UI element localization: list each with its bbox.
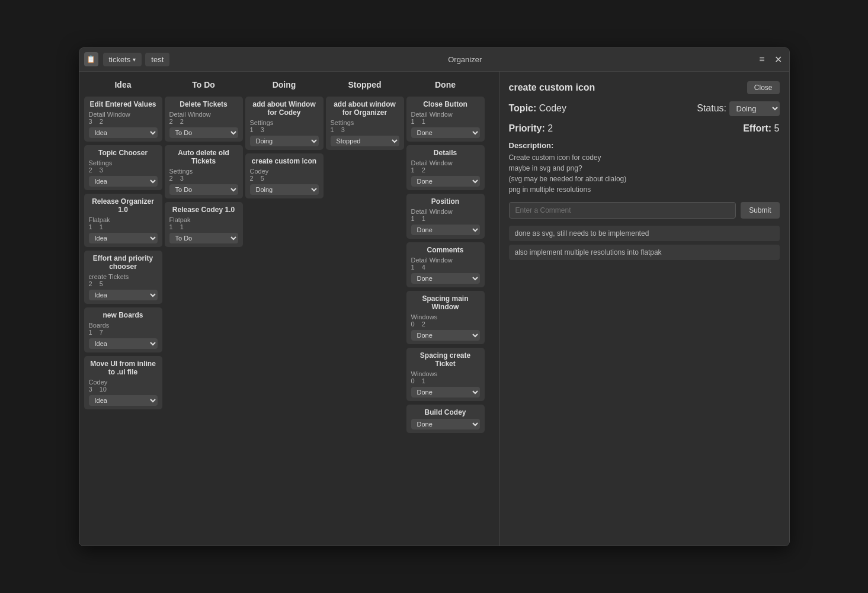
card-num1: 2: [169, 175, 173, 182]
card-status-dropdown[interactable]: IdeaTo DoDoingStoppedDone: [250, 136, 319, 146]
card-status-dropdown[interactable]: IdeaTo DoDoingStoppedDone: [331, 136, 399, 146]
detail-description-section: Description: Create custom icon for code…: [509, 141, 780, 195]
kanban-card[interactable]: create custom iconCodey25IdeaTo DoDoingS…: [245, 153, 324, 198]
kanban-card[interactable]: Build CodeyIdeaTo DoDoingStoppedDone: [406, 405, 485, 433]
kanban-card[interactable]: DetailsDetail Window12IdeaTo DoDoingStop…: [406, 145, 485, 190]
card-status-row: IdeaTo DoDoingStoppedDone: [411, 330, 480, 341]
card-num2: 2: [422, 320, 425, 328]
comments-list: done as svg, still needs to be implement…: [509, 226, 780, 260]
kanban-card[interactable]: CommentsDetail Window14IdeaTo DoDoingSto…: [406, 242, 485, 287]
card-title: Edit Entered Values: [89, 100, 158, 108]
kanban-card[interactable]: add about window for OrganizerSettings13…: [326, 97, 404, 150]
tab-test[interactable]: test: [145, 53, 169, 66]
card-meta-numbers: 11: [89, 223, 158, 230]
card-num2: 2: [422, 166, 425, 174]
detail-status-select[interactable]: Idea To Do Doing Stopped Done: [729, 101, 780, 116]
card-meta-numbers: 13: [331, 126, 399, 133]
card-num2: 1: [422, 377, 425, 384]
menu-button[interactable]: ≡: [757, 52, 767, 67]
kanban-card[interactable]: Edit Entered ValuesDetail Window32IdeaTo…: [84, 97, 162, 142]
kanban-card[interactable]: Release Organizer 1.0Flatpak11IdeaTo DoD…: [84, 194, 162, 247]
card-status-dropdown[interactable]: IdeaTo DoDoingStoppedDone: [169, 233, 238, 243]
card-status-dropdown[interactable]: IdeaTo DoDoingStoppedDone: [89, 176, 158, 187]
kanban-card[interactable]: Effort and priority choosercreate Ticket…: [84, 251, 162, 304]
kanban-card[interactable]: PositionDetail Window11IdeaTo DoDoingSto…: [406, 194, 485, 239]
kanban-card[interactable]: Topic ChooserSettings23IdeaTo DoDoingSto…: [84, 145, 162, 190]
kanban-card[interactable]: Release Codey 1.0Flatpak11IdeaTo DoDoing…: [165, 202, 243, 247]
card-status-dropdown[interactable]: IdeaTo DoDoingStoppedDone: [89, 233, 158, 243]
window-close-button[interactable]: ✕: [772, 52, 784, 68]
card-meta-numbers: 23: [169, 175, 238, 182]
column-todo: To DoDelete TicketsDetail Window22IdeaTo…: [165, 76, 243, 541]
card-meta-label: Boards: [89, 322, 158, 329]
effort-container: Effort: 5: [743, 123, 779, 134]
detail-header: create custom icon Close: [509, 81, 780, 94]
kanban-card[interactable]: new BoardsBoards17IdeaTo DoDoingStoppedD…: [84, 307, 162, 352]
kanban-card[interactable]: Spacing main WindowWindows02IdeaTo DoDoi…: [406, 291, 485, 344]
card-status-row: IdeaTo DoDoingStoppedDone: [169, 184, 238, 195]
card-meta-numbers: 14: [411, 264, 480, 271]
card-title: Spacing create Ticket: [411, 351, 480, 368]
card-status-row: IdeaTo DoDoingStoppedDone: [89, 233, 158, 243]
card-num1: 2: [169, 118, 173, 125]
card-meta-label: Codey: [89, 379, 158, 386]
card-title: Release Codey 1.0: [169, 206, 238, 214]
card-status-dropdown[interactable]: IdeaTo DoDoingStoppedDone: [411, 419, 480, 429]
card-status-dropdown[interactable]: IdeaTo DoDoingStoppedDone: [411, 176, 480, 187]
card-meta-label: Detail Window: [169, 111, 238, 118]
card-status-dropdown[interactable]: IdeaTo DoDoingStoppedDone: [411, 387, 480, 398]
card-num2: 3: [341, 126, 345, 133]
card-title: Spacing main Window: [411, 294, 480, 311]
kanban-card[interactable]: Auto delete old TicketsSettings23IdeaTo …: [165, 145, 243, 198]
card-status-row: IdeaTo DoDoingStoppedDone: [169, 127, 238, 138]
title-bar: 📋 tickets ▾ test Organizer ≡ ✕: [79, 48, 789, 72]
card-num2: 7: [100, 329, 103, 336]
card-title: Details: [411, 149, 480, 157]
card-num1: 1: [411, 118, 415, 125]
comment-input-row: Submit: [509, 202, 780, 219]
card-num1: 3: [89, 386, 92, 393]
card-status-dropdown[interactable]: IdeaTo DoDoingStoppedDone: [250, 184, 319, 195]
card-status-dropdown[interactable]: IdeaTo DoDoingStoppedDone: [411, 273, 480, 284]
main-content: IdeaEdit Entered ValuesDetail Window32Id…: [79, 72, 789, 546]
column-header-todo: To Do: [165, 76, 243, 93]
card-status-dropdown[interactable]: IdeaTo DoDoingStoppedDone: [411, 225, 480, 235]
card-status-dropdown[interactable]: IdeaTo DoDoingStoppedDone: [89, 338, 158, 349]
comment-input[interactable]: [509, 202, 736, 219]
card-num1: 3: [89, 118, 92, 125]
effort-value: 5: [774, 123, 780, 133]
topic-label-text: Topic:: [509, 103, 537, 113]
card-status-dropdown[interactable]: IdeaTo DoDoingStoppedDone: [411, 127, 480, 138]
card-status-row: IdeaTo DoDoingStoppedDone: [89, 338, 158, 349]
card-status-dropdown[interactable]: IdeaTo DoDoingStoppedDone: [89, 395, 158, 406]
card-status-dropdown[interactable]: IdeaTo DoDoingStoppedDone: [411, 330, 480, 341]
app-icon: 📋: [84, 52, 98, 66]
card-status-row: IdeaTo DoDoingStoppedDone: [411, 419, 480, 429]
kanban-card[interactable]: Close ButtonDetail Window11IdeaTo DoDoin…: [406, 97, 485, 142]
kanban-card[interactable]: Move UI from inline to .ui fileCodey310I…: [84, 356, 162, 409]
card-meta-label: Detail Window: [89, 111, 158, 118]
card-meta-numbers: 13: [250, 126, 319, 133]
card-status-dropdown[interactable]: IdeaTo DoDoingStoppedDone: [89, 290, 158, 300]
chevron-down-icon: ▾: [133, 56, 136, 63]
detail-close-button[interactable]: Close: [747, 81, 780, 94]
tab-tickets[interactable]: tickets ▾: [103, 53, 142, 66]
card-num2: 3: [180, 175, 184, 182]
card-status-dropdown[interactable]: IdeaTo DoDoingStoppedDone: [169, 127, 238, 138]
comment-item: done as svg, still needs to be implement…: [509, 226, 780, 241]
kanban-card[interactable]: Delete TicketsDetail Window22IdeaTo DoDo…: [165, 97, 243, 142]
card-status-dropdown[interactable]: IdeaTo DoDoingStoppedDone: [89, 127, 158, 138]
submit-comment-button[interactable]: Submit: [741, 202, 779, 219]
card-title: Comments: [411, 246, 480, 254]
column-idea: IdeaEdit Entered ValuesDetail Window32Id…: [84, 76, 162, 541]
card-status-dropdown[interactable]: IdeaTo DoDoingStoppedDone: [169, 184, 238, 195]
kanban-card[interactable]: add about Window for CodeySettings13Idea…: [245, 97, 324, 150]
card-num2: 2: [180, 118, 184, 125]
kanban-card[interactable]: Spacing create TicketWindows01IdeaTo DoD…: [406, 348, 485, 401]
priority-value: 2: [547, 123, 553, 133]
card-meta-label: Windows: [411, 313, 480, 320]
card-meta-numbers: 25: [89, 280, 158, 287]
card-num1: 2: [250, 175, 254, 182]
card-status-row: IdeaTo DoDoingStoppedDone: [250, 136, 319, 146]
card-meta-label: create Tickets: [89, 273, 158, 280]
